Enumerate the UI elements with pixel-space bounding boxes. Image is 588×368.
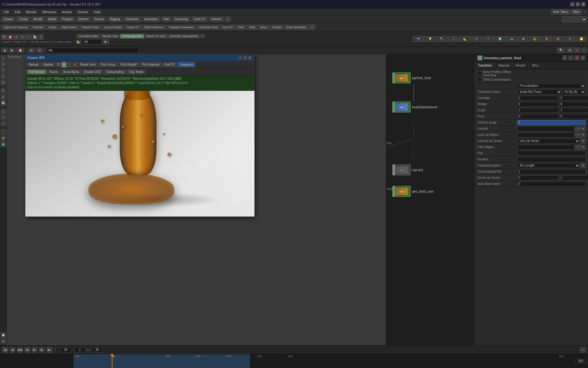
ipr-snapshot-btn[interactable]: Snapshot: [178, 62, 195, 67]
menu-help[interactable]: Help: [91, 10, 103, 14]
rotate-y[interactable]: [559, 102, 588, 107]
cloth-btn[interactable]: Cloth: [236, 25, 246, 30]
tool-snap-icon[interactable]: 🔲: [1, 332, 6, 338]
node-ropnet1[interactable]: rop ropnet1: [392, 164, 423, 175]
look-up-object-input[interactable]: [517, 132, 575, 137]
auto-takes-button[interactable]: Auto Takes: [551, 9, 570, 14]
minimize-button[interactable]: ─: [570, 2, 575, 6]
rigging-tab[interactable]: Rigging: [107, 17, 122, 22]
menu-render[interactable]: Render: [24, 10, 40, 14]
pivot-y[interactable]: [559, 114, 588, 119]
modify-tab[interactable]: Modify: [31, 17, 44, 22]
tool-paint-icon[interactable]: 🎨: [1, 100, 6, 106]
add-view-tab[interactable]: +: [200, 34, 205, 38]
environ-icon[interactable]: 🌍: [494, 36, 505, 42]
animation-tab[interactable]: Animation: [142, 17, 160, 22]
ipr-v-btn[interactable]: V: [73, 62, 77, 67]
props-expand-btn[interactable]: ⊞: [581, 56, 586, 60]
nav-forward-btn[interactable]: ▶: [9, 48, 15, 53]
texture-tab[interactable]: Texture: [92, 17, 106, 22]
tool-transform-icon[interactable]: ⊞: [1, 80, 6, 85]
view-grid-btn[interactable]: ⊟: [36, 48, 43, 53]
nav-back-btn[interactable]: ◀: [1, 48, 8, 53]
ipr-m-btn[interactable]: M: [62, 62, 66, 67]
rigid-bodies-btn[interactable]: Rigid Bodies: [59, 25, 79, 30]
tool-view-icon[interactable]: 👁: [1, 88, 6, 94]
character-tab[interactable]: Character: [123, 17, 141, 22]
translate-y[interactable]: [559, 96, 588, 101]
drive-simulation-btn[interactable]: Drive Simulation: [284, 25, 309, 30]
composite-view-tab[interactable]: Composite View: [120, 34, 144, 38]
go-to-start-btn[interactable]: |◀: [2, 347, 8, 353]
start-frame-input[interactable]: [74, 347, 85, 352]
motion-fx-view-tab[interactable]: Motion FX View: [144, 34, 168, 38]
ipr-reset-view-btn[interactable]: Reset View: [78, 62, 98, 67]
ipr-show-alpha-btn[interactable]: Show Alpha: [61, 69, 81, 75]
volume-tab[interactable]: Volume: [209, 17, 223, 22]
tool-brush-icon[interactable]: 🖌: [1, 94, 6, 100]
roll-input[interactable]: [517, 151, 586, 156]
node-autodop[interactable]: dop AutoDopNetwork: [392, 102, 437, 113]
ipr-maximize-btn[interactable]: □: [243, 56, 247, 60]
scale-x[interactable]: [517, 108, 559, 113]
network-search-btn[interactable]: 🔍: [557, 48, 565, 53]
ocean-fx-btn[interactable]: Ocean FX: [125, 25, 141, 30]
transform-order-select[interactable]: Scale Rot Trans: [517, 90, 562, 94]
populate-containers-btn[interactable]: Populate Containers: [167, 25, 196, 30]
tool-settings-icon[interactable]: ⚙: [1, 339, 6, 344]
close-button[interactable]: ✕: [581, 2, 586, 6]
snap-grid-btn[interactable]: 📐: [76, 40, 81, 44]
tool-particle-icon[interactable]: ·: [1, 129, 6, 135]
hair-tab[interactable]: Hair: [161, 17, 171, 22]
caustic-light-icon[interactable]: 💫: [529, 36, 540, 42]
lights-cameras-btn[interactable]: Lights and Cameras: [1, 25, 30, 30]
render-view-tab[interactable]: Render View: [101, 34, 120, 38]
go-to-end-btn[interactable]: ▶|: [47, 347, 52, 353]
render-target-icon[interactable]: 🎯: [7, 34, 13, 40]
rotate-order-select[interactable]: Rx Ry Rz: [562, 90, 586, 94]
position-input[interactable]: [517, 157, 586, 162]
fps-input[interactable]: [92, 347, 103, 352]
path-object-select-btn[interactable]: ▼: [581, 145, 586, 150]
tab-render[interactable]: Render: [513, 63, 529, 68]
props-pin-btn[interactable]: 📌: [575, 56, 579, 60]
props-gear-btn[interactable]: ⚙: [562, 56, 567, 60]
look-at-select-btn[interactable]: ▼: [581, 126, 586, 131]
pyro-fx-btn[interactable]: Pyro FX: [221, 25, 235, 30]
model-tab[interactable]: Model: [46, 17, 58, 22]
path-object-jump-btn[interactable]: ↗: [575, 145, 580, 150]
tab-misc[interactable]: Misc: [529, 63, 542, 68]
look-at-up-vector-btn[interactable]: ▼: [581, 139, 586, 144]
menu-octane[interactable]: Octane: [75, 10, 90, 14]
spot-light-icon[interactable]: 🔦: [436, 36, 447, 42]
camera2-icon[interactable]: 📷: [413, 36, 424, 42]
rotate-x[interactable]: [517, 102, 559, 107]
geometry-spreadsheet-tab[interactable]: Geometry Spreadsheet: [168, 34, 200, 38]
sky-light-icon[interactable]: 🌤: [506, 36, 517, 42]
particles-btn[interactable]: Particles: [31, 25, 46, 30]
point-light-icon[interactable]: 💡: [424, 36, 435, 42]
menu-file[interactable]: File: [1, 10, 12, 14]
parameterization-select[interactable]: Arc Length: [517, 163, 580, 168]
props-help-btn[interactable]: ?: [568, 56, 573, 60]
main-button[interactable]: Main: [571, 9, 582, 14]
path-input[interactable]: [83, 40, 101, 43]
tool-edge-icon[interactable]: ╱: [1, 121, 6, 126]
tool-move-icon[interactable]: ✛: [1, 61, 6, 67]
orient-up-x[interactable]: [517, 175, 559, 180]
menu-edit[interactable]: Edit: [12, 10, 23, 14]
orient-along-path-input[interactable]: [517, 169, 586, 174]
geometry-l-icon[interactable]: 📐: [459, 36, 470, 42]
add-tab-button[interactable]: +: [225, 17, 231, 22]
livedb-icon[interactable]: 📡: [32, 34, 37, 40]
ipr-pause-btn[interactable]: Pause: [47, 69, 60, 75]
about-icon[interactable]: ℹ: [38, 34, 43, 40]
child-comp-check[interactable]: [477, 78, 482, 82]
next-frame-btn[interactable]: ▶: [39, 347, 45, 353]
path-object-input[interactable]: [517, 145, 575, 150]
ambient-light-icon[interactable]: 🔆: [552, 36, 564, 42]
fluid-containers-btn[interactable]: Fluid Containers: [142, 25, 166, 30]
ipr-minimize-btn[interactable]: ─: [238, 56, 242, 60]
create-tab[interactable]: Create: [17, 17, 30, 22]
ipr-disable-dof-btn[interactable]: Disable DOF: [82, 69, 104, 75]
